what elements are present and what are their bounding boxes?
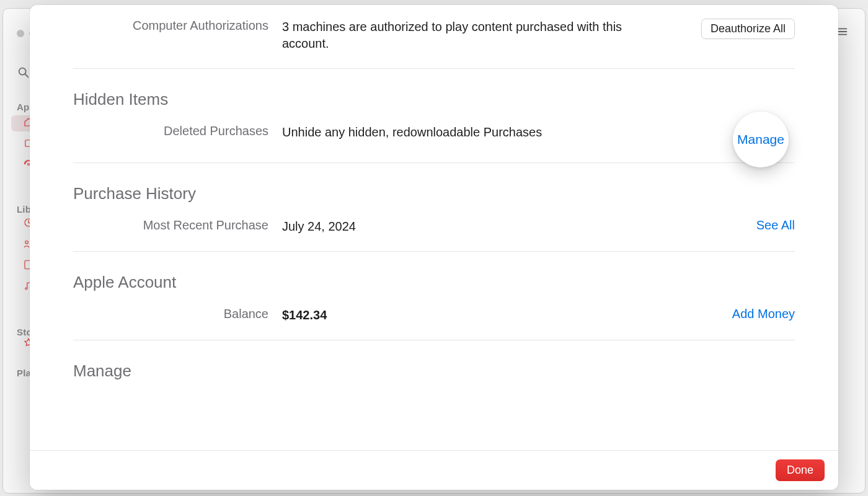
row-value: Unhide any hidden, redownloadable Purcha… [282,122,670,141]
row-label: Computer Authorizations [73,16,268,33]
row-label: Balance [73,304,268,321]
hidden-items-heading: Hidden Items [73,90,795,109]
modal-body: Computer Authorizations 3 machines are a… [30,5,838,450]
deleted-purchases-row: Deleted Purchases Unhide any hidden, red… [73,118,795,150]
done-button[interactable]: Done [776,459,825,481]
balance-row: Balance $142.34 Add Money [73,301,795,327]
add-money-button[interactable]: Add Money [732,307,795,321]
deauthorize-all-button[interactable]: Deauthorize All [701,19,795,39]
most-recent-purchase-row: Most Recent Purchase July 24, 2024 See A… [73,212,795,239]
row-label: Deleted Purchases [73,122,268,138]
balance-value: $142.34 [282,304,670,324]
svg-line-1 [25,74,29,78]
svg-point-0 [19,68,26,75]
section-divider [73,251,795,252]
manage-heading: Manage [73,361,795,381]
row-value: 3 machines are authorized to play conten… [282,16,670,52]
purchase-history-heading: Purchase History [73,184,795,203]
account-settings-modal: Computer Authorizations 3 machines are a… [30,5,838,490]
svg-point-5 [25,241,29,244]
computer-authorizations-row: Computer Authorizations 3 machines are a… [73,12,795,56]
svg-point-7 [25,288,27,290]
manage-hidden-items-button[interactable]: Manage [737,132,784,147]
row-value: July 24, 2024 [282,216,670,235]
section-divider [73,68,795,69]
section-divider [73,340,795,340]
modal-footer: Done [30,450,838,490]
section-divider [73,162,795,163]
row-label: Most Recent Purchase [73,216,268,232]
apple-account-heading: Apple Account [73,273,795,292]
window-control-dot [17,30,24,37]
modal-content: Computer Authorizations 3 machines are a… [73,5,795,381]
see-all-button[interactable]: See All [756,218,795,232]
search-icon [17,66,30,79]
